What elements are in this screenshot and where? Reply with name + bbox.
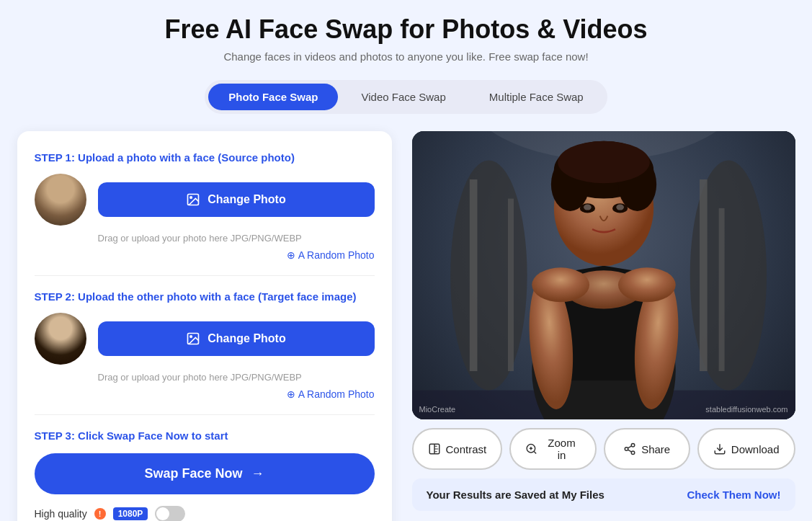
svg-point-6 bbox=[450, 160, 527, 390]
swap-face-now-button[interactable]: Swap Face Now → bbox=[35, 453, 375, 494]
step1-number: STEP 1: bbox=[35, 151, 75, 164]
quality-row: High quality ! 1080P bbox=[35, 506, 375, 521]
step2-thumb-image bbox=[35, 313, 86, 365]
right-panel: MioCreate stablediffusionweb.com Contras… bbox=[412, 131, 795, 511]
left-panel: STEP 1: Upload a photo with a face (Sour… bbox=[17, 131, 392, 521]
download-label: Download bbox=[731, 443, 780, 455]
step1-section: STEP 1: Upload a photo with a face (Sour… bbox=[35, 151, 375, 276]
step2-drag-text: Drag or upload your photo here JPG/PNG/W… bbox=[98, 372, 375, 383]
contrast-label: Contrast bbox=[446, 443, 487, 455]
search-icon bbox=[525, 442, 537, 455]
tabs-group: Photo Face Swap Video Face Swap Multiple… bbox=[205, 80, 607, 114]
step3-label: STEP 3: Click Swap Face Now to start bbox=[35, 429, 375, 442]
action-buttons-row: Contrast Zoom in bbox=[412, 428, 795, 470]
page-header: Free AI Face Swap for Photos & Videos Ch… bbox=[17, 14, 795, 63]
step2-description: Upload the other photo with a face (Targ… bbox=[78, 290, 356, 303]
tab-video-face-swap[interactable]: Video Face Swap bbox=[341, 84, 465, 110]
step1-change-photo-label: Change Photo bbox=[208, 193, 285, 206]
plus-circle-icon: ⊕ bbox=[287, 249, 295, 261]
zoom-in-label: Zoom in bbox=[543, 437, 580, 461]
svg-point-26 bbox=[616, 205, 624, 210]
arrow-right-icon: → bbox=[251, 466, 264, 481]
step2-label: STEP 2: Upload the other photo with a fa… bbox=[35, 290, 375, 303]
page-title: Free AI Face Swap for Photos & Videos bbox=[17, 14, 795, 45]
image-icon-2 bbox=[186, 331, 200, 346]
step3-number: STEP 3: bbox=[35, 429, 75, 442]
svg-rect-11 bbox=[718, 208, 724, 371]
watermark-right: stablediffusionweb.com bbox=[705, 405, 788, 414]
step3-description: Click Swap Face Now to start bbox=[78, 429, 228, 442]
image-icon bbox=[186, 192, 200, 207]
svg-line-39 bbox=[628, 446, 632, 448]
step1-random-link[interactable]: ⊕ A Random Photo bbox=[35, 249, 375, 261]
page-subtitle: Change faces in videos and photos to any… bbox=[17, 50, 795, 63]
svg-line-38 bbox=[628, 450, 632, 452]
svg-rect-8 bbox=[469, 179, 477, 371]
zoom-in-button[interactable]: Zoom in bbox=[509, 428, 596, 470]
svg-line-32 bbox=[534, 451, 536, 453]
step1-label: STEP 1: Upload a photo with a face (Sour… bbox=[35, 151, 375, 164]
step2-change-photo-label: Change Photo bbox=[208, 332, 285, 345]
quality-badge: 1080P bbox=[113, 507, 148, 520]
svg-point-37 bbox=[631, 451, 635, 455]
quality-label: High quality bbox=[35, 508, 87, 520]
info-icon: ! bbox=[94, 508, 106, 520]
svg-point-35 bbox=[631, 444, 635, 447]
step1-thumbnail bbox=[35, 174, 86, 226]
swap-btn-label: Swap Face Now bbox=[144, 466, 242, 481]
step1-description: Upload a photo with a face (Source photo… bbox=[78, 151, 295, 164]
step2-upload-row: Change Photo bbox=[35, 313, 375, 365]
tabs-container: Photo Face Swap Video Face Swap Multiple… bbox=[17, 80, 795, 114]
check-them-now-link[interactable]: Check Them Now! bbox=[687, 489, 780, 501]
svg-point-28 bbox=[617, 267, 675, 302]
saved-results-bar: Your Results are Saved at My Files Check… bbox=[412, 478, 795, 511]
figure-svg bbox=[412, 131, 795, 419]
quality-toggle[interactable] bbox=[155, 506, 185, 521]
step1-drag-text: Drag or upload your photo here JPG/PNG/W… bbox=[98, 233, 375, 244]
main-content: STEP 1: Upload a photo with a face (Sour… bbox=[17, 131, 795, 521]
contrast-button[interactable]: Contrast bbox=[412, 428, 503, 470]
step2-thumbnail bbox=[35, 313, 86, 365]
share-label: Share bbox=[641, 443, 670, 455]
svg-rect-10 bbox=[700, 179, 708, 371]
step2-change-photo-button[interactable]: Change Photo bbox=[98, 321, 375, 356]
step2-number: STEP 2: bbox=[35, 290, 75, 303]
step1-change-photo-button[interactable]: Change Photo bbox=[98, 182, 375, 217]
saved-text: Your Results are Saved at My Files bbox=[427, 489, 604, 501]
result-image-container: MioCreate stablediffusionweb.com bbox=[412, 131, 795, 419]
step2-random-link[interactable]: ⊕ A Random Photo bbox=[35, 388, 375, 400]
svg-point-22 bbox=[558, 141, 650, 184]
svg-point-3 bbox=[190, 336, 192, 338]
step1-thumb-image bbox=[35, 174, 86, 226]
step3-section: STEP 3: Click Swap Face Now to start Swa… bbox=[35, 429, 375, 521]
svg-point-25 bbox=[584, 205, 592, 210]
download-icon bbox=[713, 442, 726, 455]
contrast-icon bbox=[428, 442, 441, 455]
svg-rect-9 bbox=[508, 199, 514, 371]
plus-circle-icon-2: ⊕ bbox=[287, 388, 295, 400]
step1-upload-row: Change Photo bbox=[35, 174, 375, 226]
tab-multiple-face-swap[interactable]: Multiple Face Swap bbox=[469, 84, 604, 110]
step2-random-label: A Random Photo bbox=[298, 388, 375, 400]
svg-point-36 bbox=[625, 447, 628, 451]
share-button[interactable]: Share bbox=[604, 428, 690, 470]
result-image bbox=[412, 131, 795, 419]
tab-photo-face-swap[interactable]: Photo Face Swap bbox=[208, 84, 338, 110]
svg-point-1 bbox=[190, 197, 192, 199]
watermark-left: MioCreate bbox=[419, 405, 456, 414]
download-button[interactable]: Download bbox=[697, 428, 795, 470]
svg-point-27 bbox=[532, 267, 589, 302]
share-icon bbox=[623, 442, 636, 455]
step2-section: STEP 2: Upload the other photo with a fa… bbox=[35, 290, 375, 415]
step1-random-label: A Random Photo bbox=[298, 249, 375, 261]
